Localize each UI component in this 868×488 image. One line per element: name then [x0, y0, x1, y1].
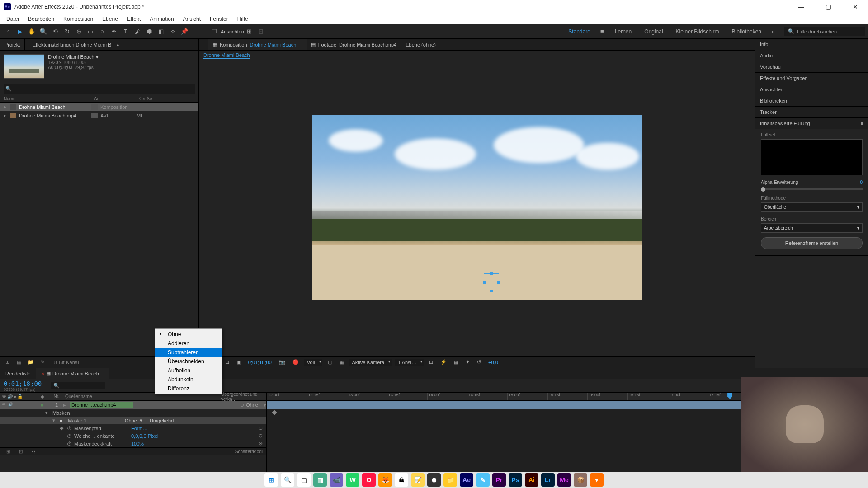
comp-breadcrumb[interactable]: Drohne Miami Beach [199, 51, 755, 60]
eraser-tool[interactable]: ◧ [156, 26, 166, 37]
mask-bounding-box[interactable] [484, 273, 499, 291]
composition-tab[interactable]: ▦ Komposition Drohne Miami Beach ≡ [208, 39, 307, 50]
project-item-0[interactable]: ▸ Drohne Miami Beach Komposition [0, 103, 198, 111]
keyframe-marker[interactable] [272, 410, 277, 415]
audio-icon[interactable]: 🔊 [8, 402, 14, 408]
time-tick[interactable]: 13:00f [347, 393, 387, 400]
mask-prop-1[interactable]: ⏱ Weiche …enkante 0,0,0,0 Pixel ⊝ [0, 432, 266, 440]
layer-tab[interactable]: Ebene (ohne) [401, 39, 440, 50]
alpha-value[interactable]: 0 [860, 180, 863, 185]
switches-label[interactable]: Schalter/Modi [235, 449, 263, 454]
taskbar-icon-15[interactable]: Ps [509, 473, 522, 487]
time-tick[interactable]: 16:00f [587, 393, 627, 400]
taskbar-icon-11[interactable]: 📁 [443, 473, 457, 487]
current-timecode[interactable]: 0;01;18;00 [4, 380, 42, 387]
workspace-lernen[interactable]: Lernen [609, 28, 638, 35]
snap-option2-icon[interactable]: ⊡ [256, 26, 267, 37]
viewport[interactable] [199, 60, 755, 356]
panel-bibliotheken[interactable]: Bibliotheken [755, 95, 868, 106]
parent-dropdown[interactable]: Ohne [244, 402, 264, 408]
menu-animation[interactable]: Animation [145, 16, 178, 22]
selection-tool[interactable]: ▶ [14, 26, 25, 37]
workspace-standard[interactable]: Standard [562, 28, 597, 35]
new-folder-icon[interactable]: 📁 [26, 358, 35, 367]
new-comp-icon[interactable]: ▦ [14, 358, 24, 367]
menu-datei[interactable]: Datei [2, 16, 24, 22]
stamp-tool[interactable]: ⬢ [144, 26, 155, 37]
taskbar-icon-3[interactable]: ▦ [313, 473, 327, 487]
anchor-tool[interactable]: ⊕ [73, 26, 84, 37]
views-dropdown[interactable]: 1 Ansi… [395, 359, 424, 366]
panel-ausrichten[interactable]: Ausrichten [755, 84, 868, 95]
timeline-search[interactable]: 🔍 [51, 382, 105, 389]
time-tick[interactable]: 15:00f [507, 393, 547, 400]
playhead[interactable] [730, 393, 730, 472]
eye-icon[interactable]: 👁 [2, 402, 7, 408]
layer-row-1[interactable]: 👁 🔊 ■ 1 ▸ Drohne …each.mp4 ⊝ Ohne ▾ [0, 401, 266, 409]
time-tick[interactable]: 17:00f [668, 393, 708, 400]
taskbar-icon-0[interactable]: ⊞ [264, 473, 278, 487]
dropdown-option-überschneiden[interactable]: Überschneiden [155, 357, 222, 366]
menu-bearbeiten[interactable]: Bearbeiten [24, 16, 59, 22]
caf-header[interactable]: Inhaltsbasierte Füllung≡ [755, 118, 868, 129]
dropdown-option-addieren[interactable]: Addieren [155, 339, 222, 348]
time-tick[interactable]: 16:15f [627, 393, 668, 400]
text-tool[interactable]: T [120, 26, 131, 37]
time-tick[interactable]: 13:15f [387, 393, 427, 400]
workspace-bibliotheken[interactable]: Bibliotheken [726, 28, 768, 35]
timeline-comp-tab[interactable]: × ▦ Drohne Miami Beach ≡ [36, 368, 109, 379]
layer-name[interactable]: Drohne …each.mp4 [70, 402, 133, 408]
taskbar-icon-6[interactable]: O [362, 473, 376, 487]
taskbar-icon-9[interactable]: 📝 [411, 473, 425, 487]
taskbar-icon-10[interactable]: ⏺ [427, 473, 441, 487]
workspace-kleiner-bildschirm[interactable]: Kleiner Bildschirm [670, 28, 726, 35]
mask-1[interactable]: ▾ ■ Maske 1 Ohne ▾ Umgekehrt [0, 417, 266, 424]
render-queue-tab[interactable]: Renderliste [0, 368, 36, 379]
alpha-slider[interactable] [761, 188, 863, 190]
workspace-menu-icon[interactable]: ≡ [597, 26, 608, 37]
brush-tool[interactable]: 🖌 [132, 26, 143, 37]
taskbar-icon-4[interactable]: 📹 [330, 473, 343, 487]
maximize-button[interactable]: ▢ [819, 3, 837, 10]
mask-prop-2[interactable]: ⏱ Maskendeckkraft 100% ⊝ [0, 440, 266, 447]
mask-prop-0[interactable]: ◆ ⏱ Maskenpfad Form… ⊝ [0, 424, 266, 432]
grid-icon[interactable]: ⊞ [223, 359, 231, 365]
rect-tool[interactable]: ▭ [85, 26, 96, 37]
taskbar-icon-14[interactable]: Pr [492, 473, 506, 487]
taskbar-icon-8[interactable]: ☠ [395, 473, 408, 487]
taskbar-icon-1[interactable]: 🔍 [281, 473, 294, 487]
panel-tracker[interactable]: Tracker [755, 107, 868, 117]
menu-hilfe[interactable]: Hilfe [233, 16, 253, 22]
taskbar-icon-19[interactable]: 📦 [574, 473, 587, 487]
ellipse-tool[interactable]: ○ [97, 26, 108, 37]
taskbar-icon-20[interactable]: ▼ [590, 473, 604, 487]
dropdown-option-ohne[interactable]: Ohne [155, 330, 222, 339]
time-tick[interactable]: 15:15f [547, 393, 588, 400]
snapshot-icon[interactable]: 📷 [277, 359, 287, 365]
comp-thumbnail[interactable] [4, 54, 44, 79]
channel-icon[interactable]: 🔴 [291, 359, 301, 365]
method-select[interactable]: Oberfläche [761, 202, 863, 212]
transparency-icon[interactable]: ▦ [338, 359, 346, 365]
hand-tool[interactable]: ✋ [26, 26, 37, 37]
lock-header-icon[interactable]: 🔒 [17, 394, 23, 399]
time-tick[interactable]: 12:00f [267, 393, 307, 400]
project-search-input[interactable]: 🔍 [4, 84, 195, 94]
fast-preview-icon[interactable]: ⚡ [439, 359, 448, 365]
taskbar-icon-17[interactable]: Lr [541, 473, 555, 487]
panel-audio[interactable]: Audio [755, 50, 868, 61]
masks-group[interactable]: ▾ Masken [0, 409, 266, 417]
tl-brace-icon[interactable]: {} [29, 447, 38, 456]
audio-header-icon[interactable]: 🔊 [7, 394, 13, 399]
dropdown-option-differenz[interactable]: Differenz [155, 384, 222, 393]
rotate-tool[interactable]: ↻ [61, 26, 72, 37]
taskbar-icon-2[interactable]: ▢ [297, 473, 311, 487]
panel-vorschau[interactable]: Vorschau [755, 61, 868, 72]
menu-effekt[interactable]: Effekt [123, 16, 145, 22]
minimize-button[interactable]: — [792, 3, 810, 10]
workspace-original[interactable]: Original [638, 28, 669, 35]
tab-overflow-icon[interactable]: » [116, 42, 119, 47]
time-tick[interactable]: 14:00f [427, 393, 467, 400]
reset-exposure-icon[interactable]: ↺ [475, 359, 483, 365]
taskbar-icon-13[interactable]: ✎ [476, 473, 490, 487]
